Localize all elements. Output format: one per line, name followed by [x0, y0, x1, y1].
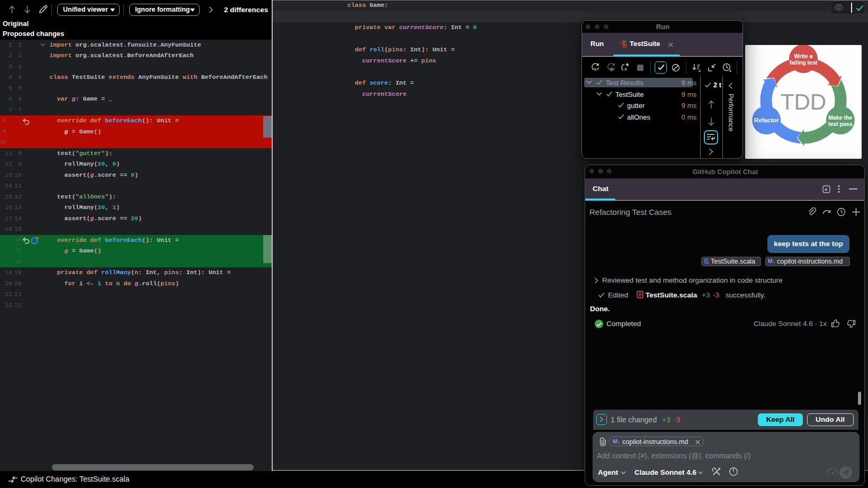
svg-text:test pass: test pass — [828, 121, 853, 127]
svg-text:Make the: Make the — [828, 114, 852, 121]
svg-text:TDD: TDD — [781, 89, 826, 114]
svg-text:failing test: failing test — [790, 59, 818, 66]
svg-text:Refactor: Refactor — [754, 117, 779, 123]
svg-text:Write a: Write a — [794, 53, 813, 59]
